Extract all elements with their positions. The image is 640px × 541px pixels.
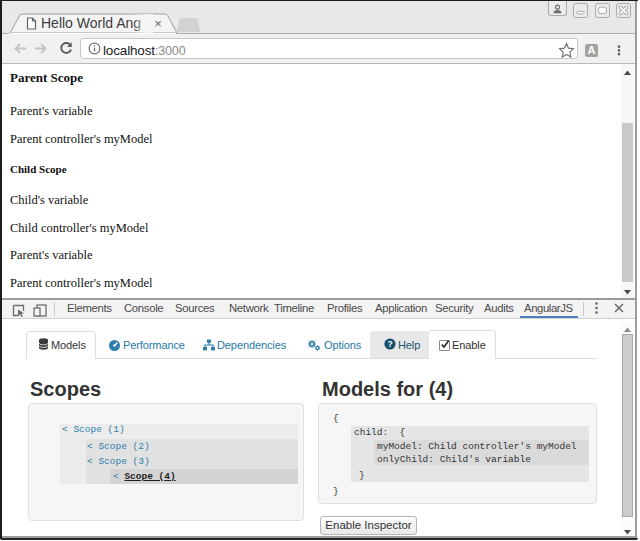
svg-text:?: ? — [387, 339, 392, 349]
